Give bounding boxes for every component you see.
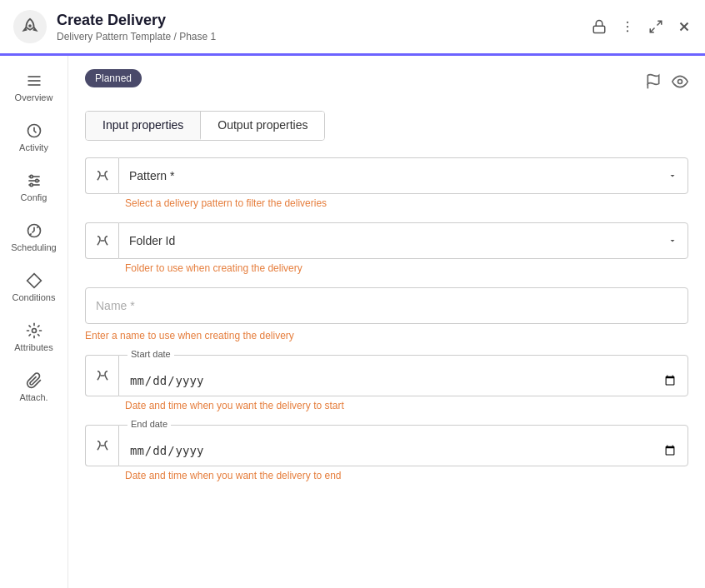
sidebar: Overview Activity Config bbox=[0, 56, 68, 588]
scheduling-icon bbox=[26, 222, 42, 239]
pattern-hint: Select a delivery pattern to filter the … bbox=[125, 197, 688, 209]
svg-point-0 bbox=[28, 24, 32, 27]
svg-rect-1 bbox=[593, 26, 605, 32]
clock-icon bbox=[26, 122, 42, 139]
svg-line-6 bbox=[650, 28, 654, 32]
expand-icon bbox=[648, 19, 663, 34]
sidebar-item-label: Activity bbox=[19, 142, 48, 152]
header-titles: Create Delivery Delivery Pattern Templat… bbox=[57, 12, 592, 42]
more-button[interactable] bbox=[620, 19, 635, 34]
more-icon bbox=[620, 19, 635, 34]
end-date-icon bbox=[85, 425, 118, 466]
folder-field-row: Folder Id bbox=[85, 222, 688, 259]
pattern-field-icon bbox=[85, 157, 118, 194]
svg-point-4 bbox=[627, 30, 628, 32]
variable-icon-3 bbox=[95, 368, 110, 383]
main-content: Planned Input properties bbox=[68, 56, 705, 588]
svg-point-2 bbox=[627, 22, 628, 23]
app-header: Create Delivery Delivery Pattern Templat… bbox=[0, 0, 705, 56]
start-date-icon bbox=[85, 355, 118, 396]
end-date-wrap: End date bbox=[118, 425, 688, 466]
start-date-wrap: Start date bbox=[118, 355, 688, 396]
sidebar-item-label: Conditions bbox=[12, 292, 56, 302]
sidebar-item-attach[interactable]: Attach. bbox=[0, 362, 68, 412]
rocket-icon bbox=[21, 17, 39, 36]
variable-icon-2 bbox=[95, 233, 110, 248]
sidebar-item-label: Attach. bbox=[19, 392, 48, 402]
page-subtitle: Delivery Pattern Template / Phase 1 bbox=[57, 31, 592, 42]
sidebar-item-label: Overview bbox=[15, 92, 53, 102]
sidebar-item-scheduling[interactable]: Scheduling bbox=[0, 212, 68, 262]
svg-line-5 bbox=[658, 21, 662, 25]
pattern-field: Pattern * Select a delivery pattern to f… bbox=[85, 157, 688, 209]
content-header: Planned bbox=[85, 69, 688, 97]
expand-button[interactable] bbox=[648, 19, 663, 34]
sidebar-item-label: Config bbox=[21, 192, 48, 202]
status-badge: Planned bbox=[85, 69, 142, 87]
sidebar-item-label: Scheduling bbox=[11, 242, 56, 252]
end-date-container: End date bbox=[85, 425, 688, 466]
flag-button[interactable] bbox=[645, 73, 662, 93]
sidebar-item-attributes[interactable]: Attributes bbox=[0, 312, 68, 362]
app-logo bbox=[13, 10, 47, 43]
end-date-input[interactable] bbox=[119, 426, 688, 466]
svg-marker-20 bbox=[27, 274, 41, 288]
eye-button[interactable] bbox=[672, 73, 688, 93]
page-title: Create Delivery bbox=[57, 12, 592, 29]
close-button[interactable] bbox=[677, 19, 692, 34]
tab-output-properties[interactable]: Output properties bbox=[201, 112, 324, 140]
start-date-container: Start date bbox=[85, 355, 688, 396]
pattern-select[interactable]: Pattern * bbox=[118, 157, 688, 194]
sidebar-item-config[interactable]: Config bbox=[0, 162, 68, 212]
eye-icon bbox=[672, 73, 688, 90]
attributes-icon bbox=[26, 322, 42, 339]
end-date-hint: Date and time when you want the delivery… bbox=[125, 470, 688, 481]
sidebar-item-conditions[interactable]: Conditions bbox=[0, 262, 68, 312]
content-header-icons bbox=[645, 73, 688, 93]
start-date-label: Start date bbox=[128, 349, 174, 359]
lock-button[interactable] bbox=[592, 19, 607, 34]
diamond-icon bbox=[26, 272, 42, 289]
svg-point-3 bbox=[627, 26, 628, 27]
name-hint: Enter a name to use when creating the de… bbox=[85, 330, 688, 341]
folder-hint: Folder to use when creating the delivery bbox=[125, 262, 688, 274]
start-date-field: Start date Date and time when you want t… bbox=[85, 355, 688, 411]
flag-icon bbox=[645, 73, 662, 90]
start-date-hint: Date and time when you want the delivery… bbox=[125, 400, 688, 411]
sidebar-item-label: Attributes bbox=[14, 342, 52, 352]
end-date-label: End date bbox=[128, 419, 171, 429]
sidebar-item-overview[interactable]: Overview bbox=[0, 62, 68, 112]
svg-point-23 bbox=[678, 80, 682, 84]
tab-input-properties[interactable]: Input properties bbox=[86, 112, 201, 140]
svg-point-21 bbox=[32, 329, 36, 333]
variable-icon bbox=[95, 168, 110, 183]
start-date-input[interactable] bbox=[119, 356, 688, 396]
folder-select[interactable]: Folder Id bbox=[118, 222, 688, 259]
lock-icon bbox=[592, 19, 607, 34]
folder-field-icon bbox=[85, 222, 118, 259]
svg-point-17 bbox=[35, 179, 38, 182]
svg-point-16 bbox=[30, 175, 32, 177]
sidebar-item-activity[interactable]: Activity bbox=[0, 112, 68, 162]
close-icon bbox=[677, 19, 692, 34]
svg-point-18 bbox=[30, 183, 32, 186]
config-icon bbox=[26, 172, 42, 189]
property-tabs: Input properties Output properties bbox=[85, 111, 325, 141]
end-date-field: End date Date and time when you want the… bbox=[85, 425, 688, 481]
attach-icon bbox=[26, 372, 42, 389]
name-field: Enter a name to use when creating the de… bbox=[85, 287, 688, 341]
name-input[interactable] bbox=[85, 287, 688, 324]
header-actions bbox=[592, 19, 692, 34]
folder-field: Folder Id Folder to use when creating th… bbox=[85, 222, 688, 274]
pattern-field-row: Pattern * bbox=[85, 157, 688, 194]
list-icon bbox=[26, 72, 42, 89]
variable-icon-4 bbox=[95, 438, 110, 453]
